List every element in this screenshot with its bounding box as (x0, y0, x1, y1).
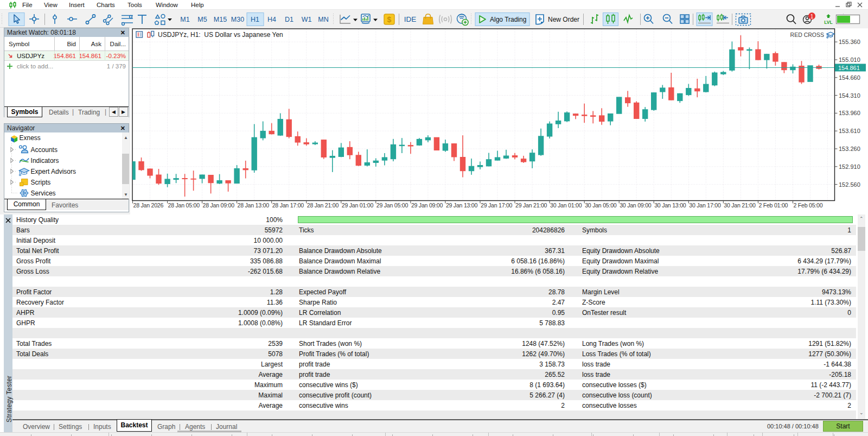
svg-text:M30: M30 (231, 16, 244, 23)
svg-text:30 Jan 05:00: 30 Jan 05:00 (585, 202, 617, 208)
svg-text:152.560: 152.560 (839, 181, 860, 188)
svg-text:USDJPYz, H1: US Dollar vs Jap: USDJPYz, H1: US Dollar vs Japanese Yen (158, 31, 283, 39)
svg-text:30 Jan 13:00: 30 Jan 13:00 (654, 202, 686, 208)
svg-text:29 Jan 05:00: 29 Jan 05:00 (376, 202, 409, 208)
svg-text:153.610: 153.610 (839, 128, 860, 134)
svg-text:154.861: 154.861 (838, 65, 860, 71)
svg-text:30 Jan 17:00: 30 Jan 17:00 (689, 202, 721, 208)
svg-text:$: $ (387, 15, 392, 24)
svg-text:Services: Services (31, 189, 56, 197)
svg-text:RED CROSS: RED CROSS (790, 31, 824, 38)
svg-text:28 Jan 13:00: 28 Jan 13:00 (238, 202, 270, 208)
svg-text:30 Jan 09:00: 30 Jan 09:00 (620, 202, 652, 208)
svg-text:29 Jan 01:00: 29 Jan 01:00 (342, 202, 374, 208)
svg-text:Exness: Exness (20, 134, 41, 142)
svg-text:155.010: 155.010 (839, 56, 860, 63)
svg-text:29 Jan 17:00: 29 Jan 17:00 (481, 202, 513, 208)
svg-text:153.960: 153.960 (839, 110, 860, 116)
svg-text:1: 1 (810, 14, 814, 20)
svg-text:29 Jan 21:00: 29 Jan 21:00 (515, 202, 547, 208)
svg-text:M15: M15 (214, 16, 227, 23)
svg-text:Accounts: Accounts (31, 146, 58, 154)
svg-text:28 Jan 17:00: 28 Jan 17:00 (272, 202, 304, 208)
svg-text:H4: H4 (267, 16, 276, 23)
svg-text:Indicators: Indicators (31, 157, 59, 165)
svg-text:28 Jan 2026: 28 Jan 2026 (133, 202, 164, 208)
svg-text:29 Jan 13:00: 29 Jan 13:00 (446, 202, 478, 208)
svg-text:153.260: 153.260 (839, 146, 860, 152)
svg-text:MN: MN (318, 16, 328, 23)
svg-text:154.660: 154.660 (839, 74, 860, 81)
svg-text:29 Jan 09:00: 29 Jan 09:00 (411, 202, 443, 208)
svg-text:D1: D1 (285, 16, 293, 23)
svg-text:30 Jan 21:00: 30 Jan 21:00 (724, 202, 756, 208)
svg-text:2 Feb 01:00: 2 Feb 01:00 (758, 202, 788, 208)
svg-text:H1: H1 (251, 16, 259, 23)
svg-text:M5: M5 (197, 16, 207, 23)
svg-text:152.910: 152.910 (839, 163, 860, 170)
svg-text:W1: W1 (302, 16, 312, 23)
svg-text:New Order: New Order (548, 16, 579, 23)
svg-text:LVL: LVL (824, 20, 832, 25)
svg-text:28 Jan 05:00: 28 Jan 05:00 (168, 202, 200, 208)
svg-text:Scripts: Scripts (31, 179, 51, 186)
svg-text:30 Jan 01:00: 30 Jan 01:00 (550, 202, 582, 208)
svg-text:2 Feb 05:00: 2 Feb 05:00 (794, 202, 823, 208)
svg-text:IDE: IDE (404, 15, 417, 23)
svg-text:28 Jan 09:00: 28 Jan 09:00 (203, 202, 235, 208)
svg-text:155.360: 155.360 (839, 39, 860, 45)
svg-text:154.310: 154.310 (839, 92, 860, 99)
svg-text:Algo Trading: Algo Trading (490, 16, 526, 23)
svg-text:28 Jan 21:00: 28 Jan 21:00 (307, 202, 339, 208)
svg-text:M1: M1 (180, 16, 189, 23)
svg-text:Expert Advisors: Expert Advisors (31, 168, 76, 175)
